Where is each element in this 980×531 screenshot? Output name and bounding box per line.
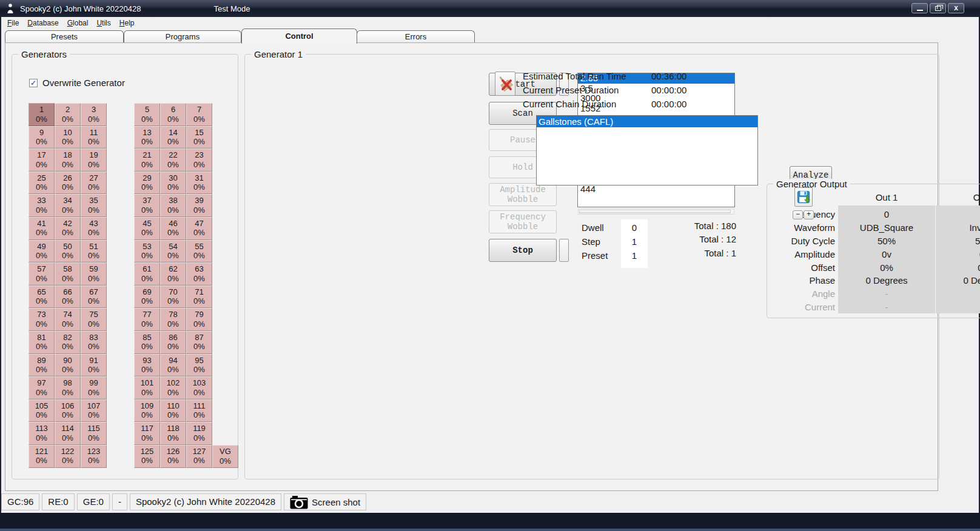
generator-cell-46[interactable]: 460% xyxy=(160,217,186,240)
generator-cell-106[interactable]: 1060% xyxy=(55,399,81,422)
generator-cell-42[interactable]: 420% xyxy=(55,217,81,240)
generator-cell-47[interactable]: 470% xyxy=(186,217,212,240)
generator-cell-37[interactable]: 370% xyxy=(134,194,160,217)
generator-cell-49[interactable]: 490% xyxy=(29,240,55,263)
clear-frequencies-button[interactable] xyxy=(495,72,515,96)
save-button[interactable] xyxy=(794,187,813,207)
generator-cell-22[interactable]: 220% xyxy=(160,149,186,172)
tab-errors[interactable]: Errors xyxy=(357,30,475,43)
generator-cell-109[interactable]: 1090% xyxy=(134,399,160,422)
stop-button[interactable]: Stop xyxy=(489,239,557,262)
tab-control[interactable]: Control xyxy=(241,28,357,44)
overwrite-generator-checkbox[interactable]: ✓ xyxy=(29,79,38,87)
generator-cell-107[interactable]: 1070% xyxy=(81,399,107,422)
tab-programs[interactable]: Programs xyxy=(124,30,241,43)
close-button[interactable]: X xyxy=(948,3,964,13)
generator-cell-73[interactable]: 730% xyxy=(29,308,55,331)
generator-cell-90[interactable]: 900% xyxy=(55,354,81,377)
generator-cell-11[interactable]: 110% xyxy=(81,126,107,149)
generator-cell-122[interactable]: 1220% xyxy=(55,445,81,468)
generator-cell-86[interactable]: 860% xyxy=(160,331,186,354)
generator-cell-79[interactable]: 790% xyxy=(186,308,212,331)
generator-cell-82[interactable]: 820% xyxy=(55,331,81,354)
generator-cell-21[interactable]: 210% xyxy=(134,149,160,172)
generator-cell-35[interactable]: 350% xyxy=(81,194,107,217)
generator-cell-17[interactable]: 170% xyxy=(29,149,55,172)
generator-cell-102[interactable]: 1020% xyxy=(160,376,186,399)
generator-cell-111[interactable]: 1110% xyxy=(186,399,212,422)
generator-cell-115[interactable]: 1150% xyxy=(81,422,107,445)
generator-cell-98[interactable]: 980% xyxy=(55,376,81,399)
generator-cell-23[interactable]: 230% xyxy=(186,149,212,172)
menu-item-file[interactable]: File xyxy=(6,18,24,28)
generator-cell-41[interactable]: 410% xyxy=(29,217,55,240)
generator-cell-85[interactable]: 850% xyxy=(134,331,160,354)
generator-cell-117[interactable]: 1170% xyxy=(134,422,160,445)
generator-cell-30[interactable]: 300% xyxy=(160,172,186,195)
generator-cell-75[interactable]: 750% xyxy=(81,308,107,331)
generator-cell-121[interactable]: 1210% xyxy=(29,445,55,468)
scrollbar-thumb[interactable] xyxy=(579,210,731,213)
generator-cell-15[interactable]: 150% xyxy=(186,126,212,149)
generator-cell-2[interactable]: 20% xyxy=(55,103,81,126)
generator-cell-118[interactable]: 1180% xyxy=(160,422,186,445)
preset-chain-list[interactable]: Gallstones (CAFL) xyxy=(536,115,758,185)
generator-cell-55[interactable]: 550% xyxy=(186,240,212,263)
generator-cell-62[interactable]: 620% xyxy=(160,262,186,286)
generator-cell-57[interactable]: 570% xyxy=(29,262,55,286)
generator-cell-89[interactable]: 890% xyxy=(29,354,55,377)
generator-cell-77[interactable]: 770% xyxy=(134,308,160,331)
generator-cell-103[interactable]: 1030% xyxy=(186,376,212,399)
generator-cell-69[interactable]: 690% xyxy=(134,286,160,309)
stop-side-strip[interactable] xyxy=(559,239,569,262)
generator-cell-119[interactable]: 1190% xyxy=(186,422,212,445)
generator-cell-105[interactable]: 1050% xyxy=(29,399,55,422)
generator-cell-97[interactable]: 970% xyxy=(29,376,55,399)
generator-cell-114[interactable]: 1140% xyxy=(55,422,81,445)
generator-cell-6[interactable]: 60% xyxy=(160,103,186,126)
generator-cell-34[interactable]: 340% xyxy=(55,194,81,217)
generator-cell-58[interactable]: 580% xyxy=(55,262,81,286)
generator-cell-101[interactable]: 1010% xyxy=(134,376,160,399)
generator-cell-65[interactable]: 650% xyxy=(29,286,55,309)
generator-cell-29[interactable]: 290% xyxy=(134,172,160,195)
generator-cell-78[interactable]: 780% xyxy=(160,308,186,331)
generator-cell-81[interactable]: 810% xyxy=(29,331,55,354)
generator-cell-123[interactable]: 1230% xyxy=(81,445,107,468)
generator-cell-66[interactable]: 660% xyxy=(55,286,81,309)
generator-cell-126[interactable]: 1260% xyxy=(160,445,186,468)
generator-cell-9[interactable]: 90% xyxy=(29,126,55,149)
minimize-button[interactable] xyxy=(911,3,928,13)
generator-cell-13[interactable]: 130% xyxy=(134,126,160,149)
generator-cell-39[interactable]: 390% xyxy=(186,194,212,217)
frequency-list-scrollbar[interactable] xyxy=(578,209,734,215)
generator-cell-83[interactable]: 830% xyxy=(81,331,107,354)
tab-presets[interactable]: Presets xyxy=(5,30,124,43)
preset-item[interactable]: Gallstones (CAFL) xyxy=(537,116,757,127)
generator-cell-10[interactable]: 100% xyxy=(55,126,81,149)
generator-cell-113[interactable]: 1130% xyxy=(29,422,55,445)
generator-cell-110[interactable]: 1100% xyxy=(160,399,186,422)
generator-cell-95[interactable]: 950% xyxy=(186,354,212,377)
generator-cell-VG[interactable]: VG0% xyxy=(212,445,238,468)
generator-cell-63[interactable]: 630% xyxy=(186,262,212,286)
generator-cell-54[interactable]: 540% xyxy=(160,240,186,263)
generator-cell-70[interactable]: 700% xyxy=(160,286,186,309)
generator-cell-33[interactable]: 330% xyxy=(29,194,55,217)
generator-cell-7[interactable]: 70% xyxy=(186,103,212,126)
generator-cell-26[interactable]: 260% xyxy=(55,172,81,195)
generator-cell-61[interactable]: 610% xyxy=(134,262,160,286)
generator-cell-53[interactable]: 530% xyxy=(134,240,160,263)
generator-cell-125[interactable]: 1250% xyxy=(134,445,160,468)
generator-cell-91[interactable]: 910% xyxy=(81,354,107,377)
generator-cell-3[interactable]: 30% xyxy=(81,103,107,126)
restore-button[interactable] xyxy=(930,3,946,13)
generator-cell-27[interactable]: 270% xyxy=(81,172,107,195)
generator-cell-38[interactable]: 380% xyxy=(160,194,186,217)
generator-cell-51[interactable]: 510% xyxy=(81,240,107,263)
generator-cell-93[interactable]: 930% xyxy=(134,354,160,377)
menu-item-utils[interactable]: Utils xyxy=(95,18,115,28)
generator-cell-45[interactable]: 450% xyxy=(134,217,160,240)
menu-item-database[interactable]: Database xyxy=(26,18,63,28)
generator-cell-99[interactable]: 990% xyxy=(81,376,107,399)
